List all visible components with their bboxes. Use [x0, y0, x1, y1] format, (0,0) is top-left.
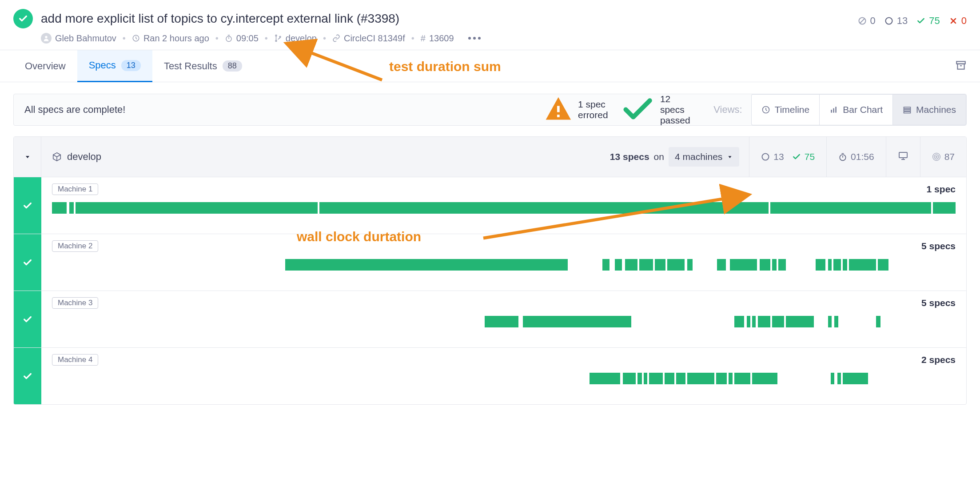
author-name: Gleb Bahmutov	[55, 33, 116, 44]
machine-row[interactable]: Machine 35 specs	[14, 291, 966, 347]
status-passed-icon	[14, 234, 41, 291]
timeline-segment[interactable]	[752, 316, 756, 327]
machine-label: Machine 1	[52, 183, 98, 195]
timeline-segment[interactable]	[649, 373, 663, 384]
group-pending: 13	[761, 151, 784, 162]
monitor-icon	[898, 151, 908, 163]
run-number[interactable]: # 13609	[421, 33, 454, 44]
branch[interactable]: develop	[274, 33, 317, 44]
timeline-segment[interactable]	[655, 259, 665, 271]
machine-row[interactable]: Machine 25 specs	[14, 234, 966, 291]
view-timeline-button[interactable]: Timeline	[751, 94, 820, 125]
timeline-segment[interactable]	[644, 373, 647, 384]
svg-point-10	[885, 18, 892, 24]
timeline-segment[interactable]	[639, 259, 653, 271]
timeline-segment[interactable]	[734, 373, 751, 384]
timeline-segment[interactable]	[285, 259, 568, 271]
separator-dot: •	[215, 33, 219, 44]
machines-dropdown[interactable]: 4 machines	[669, 147, 739, 167]
svg-rect-24	[904, 112, 911, 113]
more-menu-icon[interactable]	[466, 35, 483, 41]
skipped-stat: 0	[858, 15, 876, 27]
timeline-segment[interactable]	[933, 202, 956, 214]
timeline-segment[interactable]	[734, 316, 744, 327]
timeline-segment[interactable]	[786, 316, 814, 327]
timeline-segment[interactable]	[667, 259, 685, 271]
timeline-segment[interactable]	[716, 373, 727, 384]
timeline-segment[interactable]	[625, 259, 637, 271]
timeline-segment[interactable]	[717, 259, 726, 271]
wall-clock: 01:56	[838, 151, 874, 162]
timeline-segment[interactable]	[758, 316, 770, 327]
timeline-track	[52, 202, 956, 214]
timeline-segment[interactable]	[615, 259, 622, 271]
errored-count: 1 spec errored	[543, 95, 608, 125]
package-icon	[52, 152, 62, 162]
timeline-segment[interactable]	[876, 316, 880, 327]
timeline-segment[interactable]	[747, 316, 750, 327]
view-barchart-button[interactable]: Bar Chart	[819, 94, 892, 125]
timeline-segment[interactable]	[665, 373, 674, 384]
group-passed: 75	[792, 151, 815, 162]
timeline-segment[interactable]	[623, 373, 635, 384]
timeline-segment[interactable]	[590, 373, 620, 384]
timeline-segment[interactable]	[76, 202, 318, 214]
machine-spec-count: 5 specs	[921, 298, 956, 308]
timeline-segment[interactable]	[676, 373, 685, 384]
timeline-segment[interactable]	[523, 316, 631, 327]
timeline-segment[interactable]	[602, 259, 610, 271]
timeline-segment[interactable]	[828, 259, 832, 271]
tab-overview[interactable]: Overview	[13, 50, 77, 82]
machine-row[interactable]: Machine 42 specs	[14, 347, 966, 404]
timeline-segment[interactable]	[760, 259, 770, 271]
timeline-segment[interactable]	[837, 373, 841, 384]
views-label: Views:	[705, 104, 751, 116]
timeline-segment[interactable]	[52, 202, 67, 214]
timeline-segment[interactable]	[687, 259, 693, 271]
timeline-segment[interactable]	[778, 259, 785, 271]
timeline-segment[interactable]	[843, 373, 868, 384]
timeline-segment[interactable]	[772, 316, 784, 327]
timeline-segment[interactable]	[834, 316, 838, 327]
view-machines-button[interactable]: Machines	[892, 94, 966, 125]
timeline-segment[interactable]	[687, 373, 714, 384]
timeline-segment[interactable]	[828, 316, 832, 327]
run-title: add more explicit list of topics to cy.i…	[41, 12, 399, 26]
machine-spec-count: 5 specs	[921, 241, 956, 251]
view-toggle: Timeline Bar Chart Machines	[751, 94, 966, 125]
timeline-segment[interactable]	[485, 316, 518, 327]
archive-icon[interactable]	[955, 60, 967, 73]
tab-specs[interactable]: Specs 13	[77, 50, 152, 82]
machine-label: Machine 2	[52, 240, 98, 252]
timeline-segment[interactable]	[729, 373, 732, 384]
svg-point-34	[936, 156, 937, 157]
svg-marker-25	[26, 156, 29, 158]
svg-point-36	[932, 153, 940, 161]
tab-test-results[interactable]: Test Results 88	[152, 50, 254, 82]
timeline-segment[interactable]	[849, 259, 876, 271]
ci-provider[interactable]: CircleCI 81349f	[332, 33, 405, 44]
timeline-segment[interactable]	[752, 373, 777, 384]
timeline-segment[interactable]	[843, 259, 847, 271]
author[interactable]: Gleb Bahmutov	[41, 33, 116, 44]
timeline-segment[interactable]	[637, 373, 642, 384]
timeline-segment[interactable]	[770, 202, 931, 214]
collapse-toggle[interactable]	[14, 137, 41, 177]
machine-spec-count: 1 spec	[927, 184, 956, 195]
timeline-segment[interactable]	[772, 259, 777, 271]
pending-stat: 13	[884, 15, 908, 27]
warning-icon	[543, 95, 574, 125]
svg-rect-31	[899, 152, 907, 158]
summary-bar: All specs are complete! 1 spec errored 1…	[13, 94, 967, 126]
timeline-segment[interactable]	[816, 259, 825, 271]
svg-point-0	[45, 36, 47, 38]
timeline-segment[interactable]	[878, 259, 888, 271]
timeline-segment[interactable]	[831, 373, 834, 384]
timeline-segment[interactable]	[730, 259, 757, 271]
machines-group: develop 13 specs on 4 machines 13	[13, 136, 967, 405]
timeline-segment[interactable]	[319, 202, 769, 214]
timeline-segment[interactable]	[833, 259, 841, 271]
timeline-segment[interactable]	[69, 202, 74, 214]
summary-message: All specs are complete!	[14, 104, 533, 116]
machine-row[interactable]: Machine 11 spec	[14, 177, 966, 234]
